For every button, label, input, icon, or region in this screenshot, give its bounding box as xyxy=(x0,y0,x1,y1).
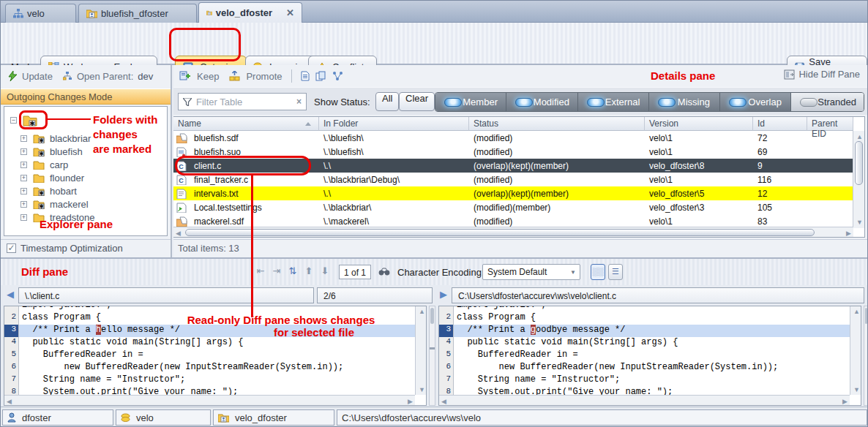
show-all-button[interactable]: All xyxy=(375,92,399,111)
hierarchy-icon[interactable] xyxy=(332,71,343,81)
tab-bluefish-dfoster[interactable]: bluefish_dfoster xyxy=(78,4,197,23)
close-icon[interactable]: ✕ xyxy=(286,7,294,18)
status-toggle-overlap[interactable]: Overlap xyxy=(720,93,791,111)
line-number: 3 xyxy=(4,325,19,337)
first-diff-icon[interactable]: ⇤ xyxy=(255,265,266,277)
details-toolbar: Keep Promote xyxy=(173,65,868,87)
cell-status: (modified)(member) xyxy=(469,203,645,213)
update-button[interactable]: Update xyxy=(22,71,53,82)
chevron-down-icon: ▼ xyxy=(570,269,576,276)
cell-in-folder: \.\ xyxy=(319,161,469,171)
diff-left-file-path: \.\client.c xyxy=(18,287,314,303)
document-icon[interactable] xyxy=(301,71,310,81)
next-diff-icon[interactable]: ⬇ xyxy=(319,265,331,277)
toggle-led-icon xyxy=(800,98,818,107)
code-line: 2class Program { xyxy=(439,312,850,325)
promote-button[interactable]: Promote xyxy=(246,71,282,82)
outgoing-mode-header: Outgoing Changes Mode xyxy=(1,88,171,105)
open-parent-icon[interactable] xyxy=(63,72,72,80)
left-code-hscrollbar[interactable]: ◀▶ xyxy=(4,395,415,405)
explorer-toolbar: Update Open Parent: dev xyxy=(1,65,171,87)
cell-id: 105 xyxy=(753,203,807,213)
open-parent-button[interactable]: Open Parent: xyxy=(77,71,133,82)
toggle-label: Stranded xyxy=(818,97,864,107)
status-toggle-modified[interactable]: Modified xyxy=(506,93,577,111)
filter-table-input[interactable]: Filter Table × xyxy=(178,93,307,110)
expand-icon[interactable]: + xyxy=(20,162,27,168)
tree-item-mackerel[interactable]: +✱mackerel xyxy=(20,197,89,211)
expand-icon[interactable]: + xyxy=(20,214,27,221)
column-header-id[interactable]: Id xyxy=(753,117,807,131)
keep-icon[interactable] xyxy=(179,71,191,81)
timestamp-optimization-row: ✓ Timestamp Optimization xyxy=(1,239,171,257)
last-diff-icon[interactable]: ⇥ xyxy=(271,265,283,277)
left-diff-map[interactable] xyxy=(429,306,435,406)
collapse-icon[interactable]: − xyxy=(10,117,17,124)
clear-filter-icon[interactable]: × xyxy=(296,97,302,107)
expand-diffs-icon[interactable]: ⇅ xyxy=(287,265,299,277)
timestamp-checkbox[interactable]: ✓ xyxy=(7,243,16,253)
line-number: 6 xyxy=(4,362,19,374)
unified-view-button[interactable]: ☰ xyxy=(608,264,623,280)
status-toggle-missing[interactable]: Missing xyxy=(649,93,720,111)
code-line: 7 String name = "Instructor"; xyxy=(4,374,415,387)
expand-icon[interactable]: + xyxy=(20,135,27,142)
table-horizontal-scrollbar[interactable]: ◀▶ xyxy=(173,227,853,237)
line-number: 3 xyxy=(439,325,454,337)
expand-icon[interactable]: + xyxy=(20,201,27,208)
prev-diff-icon[interactable]: ⬆ xyxy=(303,265,315,277)
update-icon[interactable] xyxy=(8,71,18,81)
tab-velo-dfoster[interactable]: velo_dfoster ✕ xyxy=(198,2,302,23)
tree-item-bluefish[interactable]: +✱bluefish xyxy=(20,145,83,158)
right-code-vscrollbar[interactable]: ▲▼ xyxy=(850,306,861,395)
keep-button[interactable]: Keep xyxy=(197,71,219,82)
tab-label: bluefish_dfoster xyxy=(101,8,168,19)
tree-item-hobart[interactable]: +✱hobart xyxy=(20,184,77,197)
column-header-in-folder[interactable]: In Folder xyxy=(319,117,469,131)
right-diff-map[interactable] xyxy=(864,306,868,406)
line-text: String name = "Instructor"; xyxy=(454,374,850,387)
tree-item-blackbriar[interactable]: +✱blackbriar xyxy=(20,132,91,145)
status-workspace: velo_dfoster xyxy=(213,409,334,426)
expand-icon[interactable]: + xyxy=(20,188,27,194)
right-code-hscrollbar[interactable]: ◀▶ xyxy=(439,395,850,405)
column-header-parent-eid[interactable]: Parent EID xyxy=(807,117,853,131)
annotation-diff-pane: Diff pane xyxy=(21,265,68,278)
cell-name: mackerel.sdf xyxy=(190,216,319,227)
column-header-version[interactable]: Version xyxy=(645,117,753,131)
table-row-Local.testsettings[interactable]: Local.testsettings\.\blackbriar\(modifie… xyxy=(173,200,853,214)
expand-icon[interactable]: + xyxy=(20,175,27,181)
annotation-readonly-diff: Read-only Diff pane shows changes for se… xyxy=(171,314,391,339)
copy-icon[interactable] xyxy=(315,71,326,81)
sdf-file-icon xyxy=(176,133,187,143)
column-header-status[interactable]: Status xyxy=(469,117,645,131)
diff-right-file-path: C:\Users\dfoster\accurev\ws\velo\client.… xyxy=(452,287,864,303)
column-header-name[interactable]: Name xyxy=(173,117,319,131)
user-icon xyxy=(7,412,16,423)
find-icon[interactable] xyxy=(378,268,390,276)
status-toggle-stranded[interactable]: Stranded xyxy=(791,93,864,111)
hide-diff-pane-button[interactable]: Hide Diff Pane xyxy=(784,69,860,80)
encoding-select[interactable]: System Default ▼ xyxy=(482,264,580,280)
table-row-intervals.txt[interactable]: intervals.txt\.\(overlap)(kept)(member)v… xyxy=(173,186,853,200)
tree-item-label: flounder xyxy=(50,173,84,184)
show-clear-button[interactable]: Clear xyxy=(399,92,435,111)
table-row-bluefish.sdf[interactable]: bluefish.sdf\.\bluefish\(modified)velo\1… xyxy=(173,131,853,145)
table-vertical-scrollbar[interactable]: ▲▼ xyxy=(853,131,864,228)
sort-ascending-icon xyxy=(305,122,311,126)
tab-velo[interactable]: velo xyxy=(5,4,76,23)
filter-row: Filter Table × Show Status: All Clear Me… xyxy=(173,87,868,115)
status-toggle-group: MemberModifiedExternalMissingOverlapStra… xyxy=(435,92,864,112)
status-toggle-external[interactable]: External xyxy=(578,93,649,111)
annotation-folders-marked: Folders with changes are marked xyxy=(93,113,157,156)
left-code-vscrollbar[interactable]: ▲▼ xyxy=(415,306,426,395)
open-parent-value[interactable]: dev xyxy=(138,71,153,82)
promote-icon[interactable] xyxy=(229,71,240,81)
tree-item-flounder[interactable]: +flounder xyxy=(20,171,84,184)
tab-label: velo_dfoster xyxy=(216,7,272,18)
tree-item-carp[interactable]: +carp xyxy=(20,158,68,171)
expand-icon[interactable]: + xyxy=(20,148,27,155)
cell-version: velo\1 xyxy=(645,133,753,143)
status-toggle-member[interactable]: Member xyxy=(435,93,506,111)
side-by-side-view-button[interactable]: ░░ xyxy=(591,264,605,280)
